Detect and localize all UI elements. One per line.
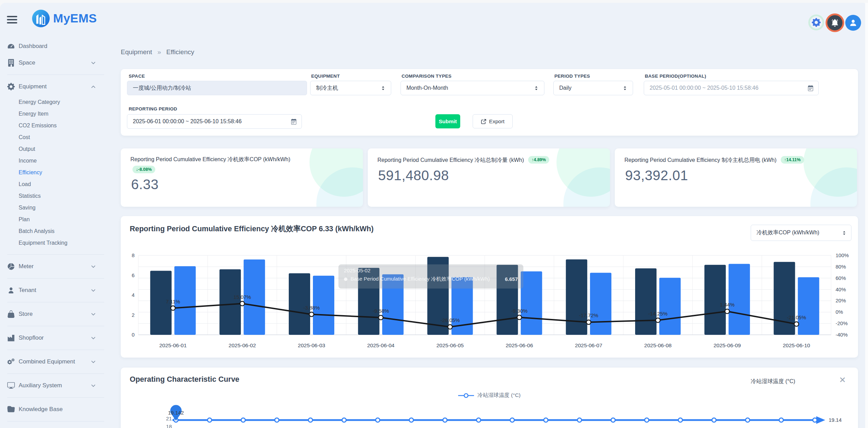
kpi-value: 6.33 — [131, 177, 159, 192]
notifications-button[interactable] — [826, 13, 844, 32]
sidebar-item-load[interactable]: Load — [0, 178, 104, 190]
sidebar-item-energy-category[interactable]: Energy Category — [0, 96, 104, 108]
close-icon[interactable]: ✕ — [839, 375, 846, 385]
kpi-value: 591,480.98 — [378, 168, 449, 183]
sidebar-divider — [7, 326, 104, 326]
sidebar-item-label: Space — [19, 59, 35, 66]
main-chart-panel: 100%80%60%40%20%0%-20%-40%864202025-06-0… — [121, 216, 858, 358]
tooltip-value: 6.657 — [505, 276, 518, 282]
sidebar-item-plan[interactable]: Plan — [0, 214, 104, 225]
sidebar-item-knowledge-base[interactable]: Knowledge Base — [0, 401, 104, 418]
sidebar-item-auxiliary-system[interactable]: Auxiliary System — [0, 377, 104, 394]
reporting-period-input[interactable]: 2025-06-01 00:00:00 ~ 2025-06-10 15:58:4… — [127, 114, 302, 129]
svg-text:2: 2 — [132, 312, 135, 318]
svg-text:2025-06-10: 2025-06-10 — [783, 342, 810, 348]
curve-parameter-label[interactable]: 冷站湿球温度 (°C) — [751, 378, 795, 385]
chart-metric-select[interactable]: 冷机效率COP (kWh/kWh) — [751, 225, 851, 241]
sidebar-item-statistics[interactable]: Statistics — [0, 190, 104, 202]
sidebar-divider — [7, 421, 104, 421]
svg-text:-9.30%: -9.30% — [511, 308, 528, 314]
equipment-select[interactable]: 制冷主机 — [310, 81, 391, 95]
kpi-title: Reporting Period Cumulative Efficiency 冷… — [377, 156, 549, 164]
sidebar-item-label: Dashboard — [19, 43, 47, 50]
sidebar-item-efficiency[interactable]: Efficiency — [0, 167, 104, 178]
sidebar-item-cost[interactable]: Cost — [0, 132, 104, 143]
svg-text:2025-06-09: 2025-06-09 — [713, 342, 741, 348]
updown-arrows-icon — [622, 85, 628, 91]
sidebar-item-label: Auxiliary System — [19, 382, 62, 389]
trend-badge: ↑4.89% — [528, 156, 550, 164]
sidebar-item-tenant[interactable]: Tenant — [0, 282, 104, 299]
period-types-select[interactable]: Daily — [553, 81, 633, 95]
breadcrumb-equipment[interactable]: Equipment — [121, 48, 152, 56]
space-input[interactable]: 一度城/公用动力/制冷站 — [127, 81, 307, 95]
svg-text:21: 21 — [166, 416, 172, 421]
calendar-icon[interactable] — [291, 119, 297, 125]
comparison-types-select[interactable]: Month-On-Month — [401, 81, 544, 95]
svg-text:2025-06-03: 2025-06-03 — [298, 342, 325, 348]
svg-text:100%: 100% — [836, 252, 849, 258]
sidebar-item-dashboard[interactable]: Dashboard — [0, 38, 104, 55]
sidebar-item-label: Equipment — [19, 83, 47, 90]
sidebar-item-meter[interactable]: Meter — [0, 258, 104, 275]
svg-text:-26.05%: -26.05% — [441, 317, 460, 323]
gear-icon — [7, 83, 15, 90]
equipment-label: EQUIPMENT — [311, 74, 340, 79]
factory-icon — [7, 334, 15, 342]
svg-text:6: 6 — [132, 272, 135, 278]
sidebar-divider — [7, 373, 104, 374]
svg-text:0: 0 — [132, 332, 135, 338]
trend-badge: ↑14.11% — [781, 156, 804, 164]
gear-icon — [812, 18, 821, 27]
svg-text:-9.58%: -9.58% — [373, 308, 389, 314]
svg-text:2025-06-06: 2025-06-06 — [506, 342, 533, 348]
sidebar-item-energy-item[interactable]: Energy Item — [0, 108, 104, 120]
sidebar-item-output[interactable]: Output — [0, 143, 104, 155]
brand-logo[interactable]: MyEMS — [32, 9, 108, 28]
sidebar-item-label: Tenant — [19, 287, 36, 294]
sidebar-item-space[interactable]: Space — [0, 55, 104, 71]
line-series-icon — [458, 393, 474, 398]
chevron-down-icon — [91, 335, 96, 341]
sidebar-item-equipment-tracking[interactable]: Equipment Tracking — [0, 237, 104, 249]
calendar-icon[interactable] — [808, 85, 813, 91]
bag-icon — [7, 310, 15, 318]
base-period-input[interactable]: 2025-05-01 00:00:00 ~ 2025-05-10 15:58:4… — [644, 81, 819, 95]
sidebar-divider — [7, 350, 104, 350]
sidebar-item-batch-analysis[interactable]: Batch Analysis — [0, 225, 104, 237]
hamburger-menu-icon[interactable] — [7, 16, 17, 24]
svg-text:2025-06-04: 2025-06-04 — [367, 342, 395, 348]
sidebar-item-shopfloor[interactable]: Shopfloor — [0, 330, 104, 346]
sidebar-divider — [7, 75, 104, 75]
chevron-down-icon — [91, 264, 96, 269]
sidebar-divider — [7, 397, 104, 398]
space-label: SPACE — [129, 74, 145, 79]
account-button[interactable] — [845, 15, 861, 31]
main-chart-title: Reporting Period Cumulative Efficiency 冷… — [130, 224, 374, 234]
sidebar-item-equipment[interactable]: Equipment — [0, 78, 104, 95]
sidebar-item-saving[interactable]: Saving — [0, 202, 104, 214]
tooltip-series: Base Period Cumulative Efficiency 冷机效率CO… — [351, 276, 502, 282]
sidebar-item-combined-equipment[interactable]: Combined Equipment — [0, 353, 104, 370]
export-button[interactable]: Export — [473, 114, 513, 128]
chevron-up-icon — [91, 84, 96, 89]
base-period-label: BASE PERIOD(OPTIONAL) — [645, 74, 706, 79]
sidebar-item-co2-emissions[interactable]: CO2 Emissions — [0, 120, 104, 132]
settings-button[interactable] — [808, 14, 824, 30]
breadcrumb-efficiency[interactable]: Efficiency — [166, 48, 194, 56]
sidebar-item-income[interactable]: Income — [0, 155, 104, 167]
svg-text:19.14: 19.14 — [829, 417, 842, 423]
submit-button[interactable]: Submit — [435, 114, 460, 128]
sidebar-divider — [7, 302, 104, 302]
sidebar-item-label: Shopfloor — [19, 334, 44, 341]
sidebar-item-store[interactable]: Store — [0, 306, 104, 322]
bell-icon — [830, 18, 839, 27]
period-types-label: PERIOD TYPES — [554, 74, 590, 79]
curve-legend[interactable]: 冷站湿球温度 (°C) — [121, 392, 858, 399]
svg-text:-21.05%: -21.05% — [787, 314, 806, 320]
page-scrollbar[interactable] — [865, 3, 868, 428]
operating-curve-canvas[interactable]: 19.142211819.14 — [121, 402, 858, 428]
sidebar-divider — [7, 254, 104, 255]
chevron-down-icon — [91, 312, 96, 317]
svg-text:1.44%: 1.44% — [720, 302, 735, 308]
